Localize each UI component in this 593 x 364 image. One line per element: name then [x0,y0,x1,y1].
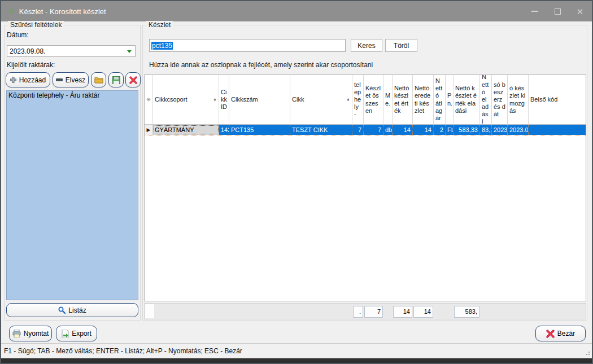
grid-cell[interactable]: 2023.0 [508,125,529,135]
column-header-label: Cikkszám [231,96,258,103]
print-button[interactable]: Nyomtat [9,326,52,341]
close-button[interactable]: Bezár [535,326,586,341]
search-input-value: pct135 [151,42,173,50]
list-button-label: Listáz [68,306,86,314]
column-header[interactable]: Nettó készlet érték eladási [454,75,480,125]
app-icon: ✳ [8,7,15,16]
column-header-label: Pn. [447,92,452,107]
grid-corner-header: ✳ [145,75,153,125]
export-button[interactable]: Export [56,326,97,341]
asterisk-icon: ✳ [146,97,151,103]
column-header[interactable]: Cikk ID [219,75,229,125]
app-window: ✳ Készlet - Korosított készlet ✕ Szűrési… [0,0,593,364]
maximize-icon [555,8,561,15]
grid-cell[interactable]: 583,33 [454,125,480,135]
search-button[interactable]: Keres [351,39,382,52]
column-header-label: ó készlet kimozgás [509,85,526,115]
warehouses-label: Kijelölt raktárak: [7,61,55,69]
remove-warehouse-label: Elvesz [66,76,85,84]
grid-cell[interactable]: 142 [219,125,229,135]
column-header[interactable]: ó készlet kimozgás [508,75,529,125]
save-filter-button[interactable] [108,72,124,87]
summary-box: 7 [364,306,383,318]
grid-cell[interactable]: 14 [413,125,434,135]
clear-search-button[interactable]: Töröl [385,39,417,52]
column-header[interactable]: Belső kód [529,75,586,125]
stock-grid: ✳Cikkcsoport▲Cikk IDCikkszámCikk▲telephe… [144,74,586,301]
grid-cell[interactable]: PCT135 [229,125,290,135]
search-input[interactable]: pct135 [149,39,346,52]
save-icon [112,76,120,84]
group-by-hint[interactable]: Húzza ide annak az oszlopnak a fejlécét,… [149,61,373,69]
column-header-label: Nettó készlet érték eladási [455,85,478,115]
grid-cell[interactable] [529,125,586,135]
grid-cell[interactable]: 2023 [492,125,508,135]
column-header[interactable]: Cikkcsoport▲ [153,75,219,125]
column-header[interactable]: telephely - [352,75,364,125]
title-bar[interactable]: ✳ Készlet - Korosított készlet ✕ [1,1,592,21]
grid-cell[interactable]: GYÁRTMÁNY [153,125,219,135]
minimize-button[interactable] [527,5,542,17]
status-bar: F1 - Súgó; TAB - Mező váltás; ENTER - Li… [1,343,592,358]
column-header[interactable]: Nettó eladási [480,75,492,125]
column-header[interactable]: Nettó eredeti készlet [413,75,434,125]
grid-cell[interactable]: Ft [446,125,454,135]
column-header[interactable]: Nettó készlet érték [393,75,413,125]
column-header[interactable]: Me. [383,75,393,125]
column-header[interactable]: Nettó átlagár [434,75,446,125]
grid-header-row: ✳Cikkcsoport▲Cikk IDCikkszámCikk▲telephe… [145,75,586,125]
minimize-icon [531,11,538,12]
stock-group-title: Készlet [146,21,173,29]
date-combobox[interactable]: 2023.09.08. [7,45,136,57]
plus-icon [10,77,16,83]
grid-cell[interactable]: db [383,125,393,135]
maximize-button[interactable] [550,5,565,17]
column-header[interactable]: Készlet összesen [364,75,383,125]
minus-icon [56,78,63,81]
resize-grip-icon[interactable] [585,350,590,356]
grid-cell[interactable]: 7 [352,125,364,135]
sort-asc-icon: ▲ [345,97,350,102]
grid-cell[interactable]: 2 [434,125,446,135]
open-saved-filter-button[interactable] [91,72,106,87]
close-x-icon [546,330,555,338]
summary-box: 583, [454,306,479,318]
summary-box: . [353,306,363,318]
date-value: 2023.09.08. [10,47,45,55]
search-icon [58,306,66,314]
list-button[interactable]: Listáz [6,303,138,317]
column-header-label: Me. [385,92,390,107]
warehouse-list-item[interactable]: Központi telephely - Áru raktár [7,91,138,100]
column-header[interactable]: Cikkszám [229,75,290,125]
printer-icon [12,330,21,337]
export-icon [62,330,69,338]
print-button-label: Nyomtat [24,330,49,337]
folder-icon [94,76,103,84]
summary-box: 14 [393,306,412,318]
grid-selected-row[interactable]: ▶GYÁRTMÁNY142PCT135TESZT CIKK77db14142Ft… [145,125,586,135]
column-header[interactable]: Cikk▲ [290,75,352,125]
column-header-label: Belső kód [530,96,557,103]
add-warehouse-button[interactable]: Hozzáad [6,72,50,87]
remove-warehouse-button[interactable]: Elvesz [53,72,89,87]
grid-cell[interactable]: 83,3 [480,125,492,135]
column-header[interactable]: só beszerzés dát [492,75,508,125]
close-button-label: Bezár [557,330,575,337]
summary-indicator-cell [145,304,154,318]
column-header-label: só beszerzés dát [494,81,505,119]
clear-warehouses-button[interactable] [125,72,141,87]
close-window-button[interactable]: ✕ [573,5,587,17]
grid-cell[interactable]: 14 [393,125,413,135]
export-button-label: Export [72,330,91,337]
window-bottom-edge [1,358,592,363]
column-header-label: Készlet összesen [365,85,381,115]
column-header-label: Nettó készlet érték [394,85,411,115]
column-header-label: Nettó eladási [482,75,490,125]
grid-cell[interactable]: 7 [364,125,383,135]
column-header-label: telephely - [354,81,361,119]
column-header[interactable]: Pn. [446,75,454,125]
sort-asc-icon: ▲ [212,97,217,102]
column-header-label: Cikkcsoport [155,96,187,103]
grid-cell[interactable]: TESZT CIKK [290,125,352,135]
warehouse-list[interactable]: Központi telephely - Áru raktár [6,90,138,300]
